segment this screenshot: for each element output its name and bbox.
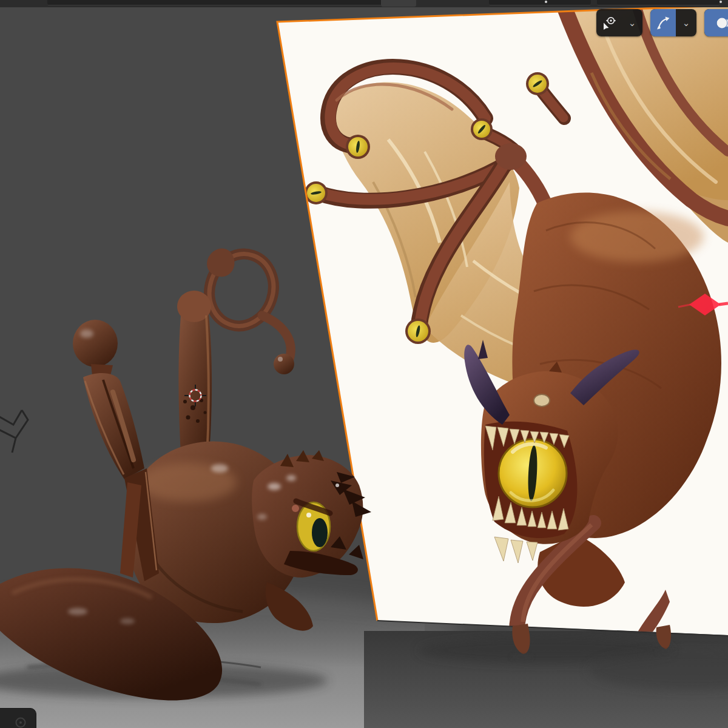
topbar-dot-icon	[720, 1, 722, 3]
gizmo-dropdown-button[interactable]: ⌄	[622, 9, 642, 36]
tool-circle-icon	[14, 716, 27, 728]
overlay-dropdown-button[interactable]: ⌄	[676, 9, 696, 36]
corner-tool-button[interactable]	[0, 708, 36, 728]
chevron-down-icon: ⌄	[682, 9, 690, 36]
application-topbar	[0, 0, 728, 7]
chevron-down-icon: ⌄	[629, 9, 636, 36]
viewport-toolbar: ⌄ ⌄	[596, 9, 728, 36]
viewport-canvas[interactable]	[0, 0, 728, 728]
topbar-field[interactable]	[597, 0, 720, 5]
blender-3d-viewport: { "topbar": { "background": "#2c2c2c" },…	[0, 0, 728, 728]
gizmo-toggle-button[interactable]	[596, 9, 622, 36]
falloff-toggle-button[interactable]	[704, 9, 728, 36]
topbar-field[interactable]	[489, 0, 591, 5]
falloff-button-group	[704, 9, 728, 36]
topbar-dot-icon	[545, 1, 547, 3]
gizmo-button-group: ⌄	[596, 9, 642, 36]
topbar-field[interactable]	[47, 0, 405, 5]
gizmo-cursor-icon	[601, 15, 617, 31]
topbar-tab[interactable]	[381, 0, 416, 7]
sphere-icon	[715, 15, 728, 31]
overlay-toggle-button[interactable]	[650, 9, 676, 36]
curved-arrow-icon	[655, 15, 671, 31]
overlay-button-group: ⌄	[650, 9, 696, 36]
